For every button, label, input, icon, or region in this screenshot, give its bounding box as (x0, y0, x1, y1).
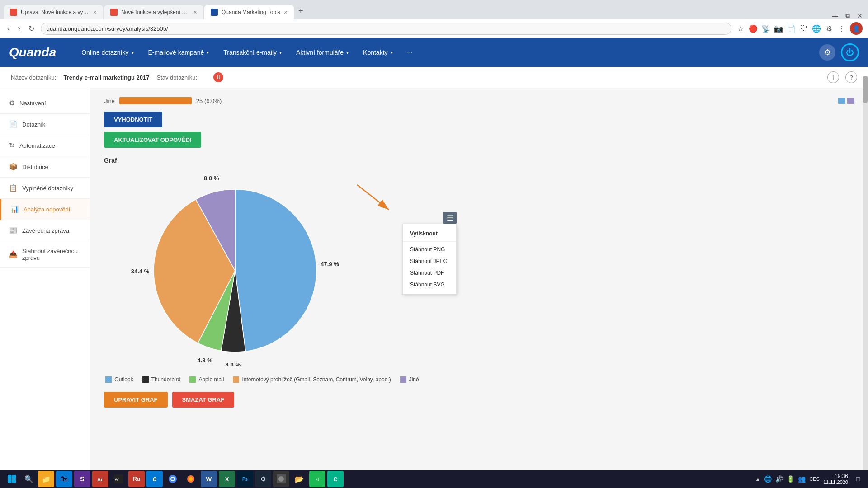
svg-rect-5 (12, 479, 16, 483)
sidebar-item-dotaznik[interactable]: 📄 Dotazník (0, 114, 90, 135)
profile-avatar[interactable]: 👤 (850, 22, 863, 35)
tab-2[interactable]: Nové funkce a vylepšení v Dotaz... × (104, 5, 203, 19)
volume-icon[interactable]: 🔊 (775, 475, 783, 483)
chevron-down-icon: ▾ (346, 50, 349, 55)
sidebar-item-vyplnene[interactable]: 📋 Vyplněné dotazníky (0, 178, 90, 199)
taskbar-app-chrome[interactable] (165, 471, 181, 487)
vyhodnotit-button[interactable]: VYHODNOTIT (104, 112, 162, 127)
taskbar-app-adobe[interactable]: Ai (92, 471, 108, 487)
nav-emailove-kampane[interactable]: E-mailové kampaně ▾ (141, 38, 217, 67)
taskbar-app-s[interactable]: S (74, 471, 90, 487)
sidebar-item-stahnout[interactable]: 📥 Stáhnout závěrečnou zprávu (0, 241, 90, 268)
people-icon[interactable]: 👥 (798, 475, 806, 483)
sidebar-item-label: Analýza odpovědí (24, 206, 70, 213)
address-input[interactable] (41, 23, 731, 35)
ext-icon-3[interactable]: 📷 (774, 24, 783, 33)
tab-3[interactable]: Quanda Marketing Tools × (204, 5, 294, 19)
smazat-graf-button[interactable]: SMAZAT GRAF (172, 392, 235, 408)
settings-gear-button[interactable]: ⚙ (819, 44, 835, 61)
sub-header-actions: i ? (827, 71, 857, 83)
sidebar-item-analyza[interactable]: 📊 Analýza odpovědí (0, 199, 90, 220)
taskbar-app-edge[interactable]: e (146, 471, 163, 487)
battery-icon[interactable]: 🔋 (787, 475, 794, 483)
minimize-button[interactable]: — (832, 12, 838, 19)
dropdown-print[interactable]: Vytisknout (403, 228, 456, 242)
nav-more[interactable]: ··· (400, 38, 420, 67)
scrollbar-thumb[interactable] (863, 76, 868, 103)
power-button[interactable]: ⏻ (841, 43, 859, 61)
notification-icon[interactable]: □ (852, 473, 864, 485)
menu-icon[interactable]: ⋮ (837, 24, 846, 33)
extensions-icon[interactable]: ⚙ (825, 24, 834, 33)
sidebar-item-distribuce[interactable]: 📦 Distribuce (0, 156, 90, 178)
dropdown-pdf[interactable]: Stáhnout PDF (403, 267, 456, 279)
svg-point-14 (189, 477, 193, 481)
ext-icon-1[interactable]: 🔴 (749, 24, 758, 33)
chevron-down-icon: ▾ (391, 50, 393, 55)
nav-kontakty[interactable]: Kontakty ▾ (356, 38, 400, 67)
result-chart-icon (838, 98, 845, 104)
refresh-icon: ↻ (9, 141, 15, 150)
info-button[interactable]: i (827, 71, 839, 83)
bookmark-icon[interactable]: ☆ (736, 24, 745, 33)
tab-close-1[interactable]: × (93, 9, 97, 16)
tray-up-arrow-icon[interactable]: ▲ (755, 476, 760, 482)
aktualizovat-button[interactable]: AKTUALIZOVAT ODPOVĚDI (104, 132, 201, 148)
taskbar-app-rufus[interactable]: Ru (128, 471, 145, 487)
browser-chrome: Úprava: Nové funkce a vylepšeí... × Nové… (0, 0, 868, 38)
label-internetovy: 34.4 % (131, 268, 150, 275)
network-icon[interactable]: 🌐 (764, 475, 772, 483)
taskbar-app-cursor[interactable]: C (327, 471, 344, 487)
taskbar-app-excel[interactable]: X (219, 471, 235, 487)
reload-button[interactable]: ↻ (27, 23, 36, 35)
dropdown-svg[interactable]: Stáhnout SVG (403, 279, 456, 291)
tab-close-2[interactable]: × (193, 9, 197, 16)
taskbar-app-photoshop[interactable]: Ps (237, 471, 253, 487)
help-button[interactable]: ? (845, 71, 857, 83)
taskbar-app-unknown[interactable] (273, 471, 289, 487)
sidebar-item-label: Nastavení (19, 100, 46, 107)
download-icon: 📥 (9, 250, 18, 258)
package-icon: 📦 (9, 163, 18, 171)
nav-aktivni-formulare[interactable]: Aktivní formuláře ▾ (289, 38, 356, 67)
taskbar-app-store[interactable]: 🛍 (56, 471, 72, 487)
upravit-graf-button[interactable]: UPRAVIT GRAF (104, 392, 168, 408)
windows-logo-icon (7, 474, 16, 483)
sidebar-item-automatizace[interactable]: ↻ Automatizace (0, 135, 90, 156)
forward-button[interactable]: › (16, 23, 22, 34)
new-tab-button[interactable]: + (295, 3, 307, 19)
dropdown-png[interactable]: Stáhnout PNG (403, 244, 456, 255)
nav-online-dotazniky[interactable]: Online dotazníky ▾ (74, 38, 141, 67)
start-button[interactable] (4, 471, 20, 487)
legend-outlook: Outlook (105, 376, 133, 383)
restore-button[interactable]: ⧉ (845, 12, 850, 19)
legend-label-outlook: Outlook (114, 376, 133, 383)
arrow-annotation (353, 180, 398, 218)
ext-icon-6[interactable]: 🌐 (812, 24, 821, 33)
chart-menu-button[interactable]: ☰ (443, 212, 457, 224)
tab-1[interactable]: Úprava: Nové funkce a vylepšeí... × (4, 5, 103, 19)
taskbar-app-firefox[interactable] (183, 471, 199, 487)
scrollbar-track[interactable] (863, 76, 868, 470)
taskbar-app-steam[interactable]: ⚙ (255, 471, 271, 487)
close-button[interactable]: ✕ (857, 12, 863, 19)
legend-jine: Jiné (400, 376, 419, 383)
tab-title-1: Úprava: Nové funkce a vylepšeí... (21, 9, 90, 15)
taskbar-app-word[interactable]: W (201, 471, 217, 487)
dropdown-jpeg[interactable]: Stáhnout JPEG (403, 255, 456, 267)
back-button[interactable]: ‹ (5, 23, 11, 34)
taskbar-app-wacom[interactable]: W (110, 471, 127, 487)
taskbar-tray: ▲ 🌐 🔊 🔋 👥 CES 19:36 11.11.2020 □ (755, 473, 864, 485)
sidebar-item-zaverecna[interactable]: 📰 Závěrečná zpráva (0, 220, 90, 241)
taskbar-app-spotify[interactable]: ♫ (309, 471, 326, 487)
ext-icon-2[interactable]: 📡 (761, 24, 770, 33)
search-button[interactable]: 🔍 (22, 472, 36, 486)
ext-icon-5[interactable]: 🛡 (799, 24, 808, 33)
ext-icon-4[interactable]: 📄 (787, 24, 796, 33)
taskbar-app-files[interactable]: 📂 (291, 471, 307, 487)
tab-close-3[interactable]: × (284, 9, 288, 16)
sidebar-item-nastaveni[interactable]: ⚙ Nastavení (0, 93, 90, 114)
taskbar-app-filemanager[interactable]: 📁 (38, 471, 54, 487)
tab-favicon-2 (110, 9, 118, 16)
nav-transakcni-emaily[interactable]: Transakční e-maily ▾ (216, 38, 289, 67)
